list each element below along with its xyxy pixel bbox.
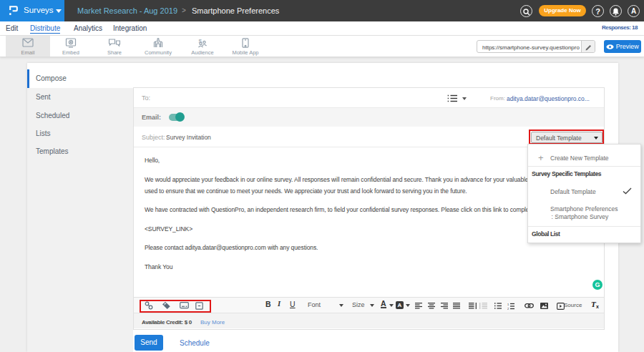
svg-text:2: 2 — [507, 307, 509, 310]
svg-text:1: 1 — [507, 303, 509, 306]
